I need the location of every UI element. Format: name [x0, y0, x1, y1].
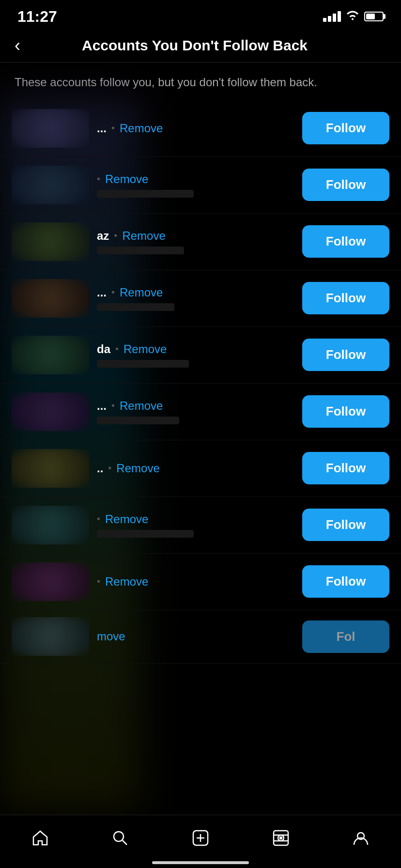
- remove-button[interactable]: Remove: [105, 575, 148, 589]
- remove-button[interactable]: Remove: [120, 286, 163, 299]
- avatar: [12, 617, 89, 656]
- follow-button[interactable]: Follow: [302, 565, 389, 598]
- account-name-row: az • Remove: [97, 229, 294, 243]
- remove-button[interactable]: Remove: [105, 512, 148, 526]
- follow-button[interactable]: Fol: [302, 620, 389, 653]
- account-partial-name: ..: [97, 462, 103, 475]
- remove-button[interactable]: Remove: [120, 122, 163, 135]
- follow-button[interactable]: Follow: [302, 169, 389, 201]
- home-icon: [31, 829, 49, 849]
- account-partial-name: da: [97, 342, 110, 356]
- follow-button[interactable]: Follow: [302, 509, 389, 541]
- nav-reels[interactable]: [262, 824, 299, 854]
- remove-button[interactable]: Remove: [120, 399, 163, 413]
- account-name-row: ... • Remove: [97, 286, 294, 299]
- avatar: [12, 392, 89, 431]
- avatar: [12, 166, 89, 204]
- account-name-row: move: [97, 630, 294, 643]
- home-indicator: [152, 861, 249, 864]
- status-time: 11:27: [17, 8, 57, 26]
- subtitle-text: These accounts follow you, but you don't…: [0, 62, 401, 100]
- list-item: ... • Remove Follow: [0, 384, 401, 440]
- list-item: move Fol: [0, 610, 401, 664]
- list-item: az • Remove Follow: [0, 214, 401, 270]
- account-info: • Remove: [89, 575, 302, 589]
- account-name-row: ... • Remove: [97, 122, 294, 135]
- account-partial-name: ...: [97, 399, 107, 413]
- follow-button[interactable]: Follow: [302, 452, 389, 484]
- reels-icon: [272, 829, 290, 849]
- remove-button[interactable]: Remove: [116, 462, 159, 475]
- account-info: • Remove: [89, 172, 302, 198]
- list-item: • Remove Follow: [0, 497, 401, 554]
- avatar: [12, 336, 89, 374]
- list-item: ... • Remove Follow: [0, 100, 401, 157]
- status-bar: 11:27: [0, 0, 401, 29]
- account-name-row: .. • Remove: [97, 462, 294, 475]
- follow-button[interactable]: Follow: [302, 282, 389, 314]
- avatar: [12, 109, 89, 148]
- remove-button[interactable]: Remove: [123, 342, 167, 356]
- search-icon: [111, 829, 129, 849]
- profile-icon: [352, 829, 370, 849]
- avatar: [12, 506, 89, 544]
- page-title: Accounts You Don't Follow Back: [32, 37, 357, 54]
- remove-button[interactable]: move: [97, 630, 125, 643]
- create-icon: [192, 829, 209, 849]
- avatar: [12, 449, 89, 488]
- follow-button[interactable]: Follow: [302, 339, 389, 371]
- account-info: da • Remove: [89, 342, 302, 368]
- nav-home[interactable]: [22, 824, 59, 854]
- svg-line-1: [123, 840, 127, 845]
- account-info: move: [89, 630, 302, 643]
- page-header: ‹ Accounts You Don't Follow Back: [0, 29, 401, 62]
- account-info: ... • Remove: [89, 286, 302, 311]
- remove-button[interactable]: Remove: [105, 172, 148, 186]
- back-button[interactable]: ‹: [15, 37, 20, 54]
- nav-create[interactable]: [182, 824, 219, 854]
- account-name-row: • Remove: [97, 172, 294, 186]
- list-item: ... • Remove Follow: [0, 270, 401, 327]
- bottom-navigation: [0, 815, 401, 868]
- list-item: • Remove Follow: [0, 554, 401, 610]
- account-partial-name: az: [97, 229, 109, 243]
- nav-profile[interactable]: [342, 824, 379, 854]
- account-name-row: • Remove: [97, 575, 294, 589]
- avatar: [12, 222, 89, 261]
- account-info: ... • Remove: [89, 122, 302, 135]
- avatar: [12, 562, 89, 601]
- follow-button[interactable]: Follow: [302, 225, 389, 258]
- signal-icon: [323, 11, 341, 22]
- accounts-list: ... • Remove Follow • Remove Follow az: [0, 100, 401, 727]
- account-info: • Remove: [89, 512, 302, 538]
- battery-icon: [364, 12, 384, 21]
- svg-point-0: [114, 832, 123, 841]
- account-info: .. • Remove: [89, 462, 302, 475]
- follow-button[interactable]: Follow: [302, 112, 389, 144]
- account-partial-name: ...: [97, 122, 107, 135]
- status-icons: [323, 10, 384, 23]
- list-item: da • Remove Follow: [0, 327, 401, 384]
- account-info: az • Remove: [89, 229, 302, 254]
- account-name-row: ... • Remove: [97, 399, 294, 413]
- account-info: ... • Remove: [89, 399, 302, 424]
- account-name-row: • Remove: [97, 512, 294, 526]
- nav-search[interactable]: [102, 824, 139, 854]
- wifi-icon: [346, 10, 359, 23]
- account-name-row: da • Remove: [97, 342, 294, 356]
- remove-button[interactable]: Remove: [122, 229, 165, 243]
- list-item: • Remove Follow: [0, 157, 401, 214]
- svg-point-7: [280, 837, 282, 839]
- follow-button[interactable]: Follow: [302, 395, 389, 428]
- list-item: .. • Remove Follow: [0, 440, 401, 497]
- avatar: [12, 279, 89, 318]
- account-partial-name: ...: [97, 286, 107, 299]
